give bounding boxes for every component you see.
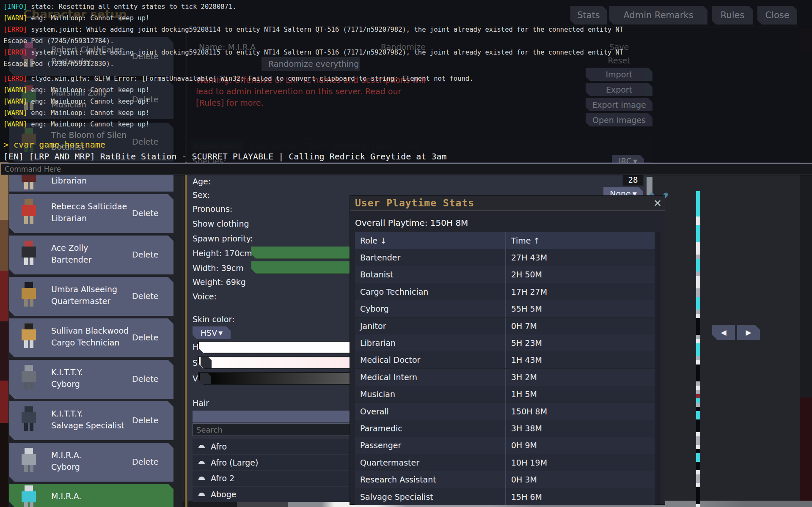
export-button[interactable]: Export: [586, 83, 652, 96]
sprite-pixel: [696, 267, 700, 271]
sprite-head: [25, 282, 33, 288]
log-tag: [WARN]: [3, 98, 27, 105]
hue-slider-label: H: [193, 343, 198, 352]
preview-prev-button[interactable]: ◀: [712, 325, 735, 340]
console-log-line: [INFO] state: Resetting all entity state…: [3, 3, 237, 11]
role-column-header[interactable]: Role ↓: [360, 236, 387, 245]
import-button[interactable]: Import: [586, 68, 652, 81]
sprite-pixel: [696, 259, 700, 263]
playtime-time: 5H 23M: [511, 338, 542, 348]
hair-option-label: Afro (Large): [211, 458, 258, 467]
delete-button[interactable]: Delete: [132, 250, 158, 259]
character-row[interactable]: K.I.T.T.Y.CyborgDelete: [9, 360, 173, 399]
character-role: Cyborg: [51, 379, 80, 389]
playtime-role: Quartermaster: [360, 458, 419, 467]
delete-button[interactable]: Delete: [132, 333, 158, 342]
saturation-grabber[interactable]: [201, 357, 212, 368]
sprite-legs: [30, 382, 33, 389]
playtime-row: Librarian5H 23M: [355, 334, 655, 351]
age-input[interactable]: 28: [622, 173, 644, 186]
color-mode-dropdown[interactable]: HSV ▼: [193, 326, 231, 339]
sprite-pixel: [696, 491, 700, 496]
character-name: Ace Zolly: [51, 243, 88, 252]
delete-button[interactable]: Delete: [132, 416, 158, 425]
character-row[interactable]: Rebecca SalticidaeLibrarianDelete: [9, 194, 173, 233]
close-button[interactable]: Close: [757, 6, 797, 25]
playtime-row: Musician1H 5M: [355, 386, 655, 403]
log-tag: [WARN]: [3, 109, 27, 117]
export-image-button[interactable]: Export image: [586, 98, 652, 111]
sprite-pixel: [696, 318, 700, 322]
character-role: Librarian: [51, 214, 87, 223]
hair-option[interactable]: Afro 2: [193, 471, 350, 486]
warning-line: [Rules] for more.: [196, 98, 264, 107]
sprite-head: [25, 199, 33, 205]
console-command-input[interactable]: [1, 163, 812, 175]
console-server-line: [EN] [LRP AND MRP] RatBite Station - SCU…: [3, 151, 447, 162]
delete-button[interactable]: Delete: [132, 374, 158, 384]
sprite-legs: [30, 299, 33, 307]
hair-option[interactable]: Afro (Large): [193, 455, 350, 470]
sprite-pixel: [696, 352, 700, 356]
column-divider: [505, 283, 506, 300]
hair-selected-bar[interactable]: [193, 411, 350, 422]
character-row[interactable]: M.I.R.A.CyborgDelete: [9, 443, 173, 482]
column-divider: [505, 386, 506, 403]
sprite-pixel: [696, 487, 700, 491]
sprite-legs: [24, 216, 28, 224]
rules-button[interactable]: Rules: [712, 6, 753, 25]
preview-next-button[interactable]: ▶: [737, 325, 760, 340]
sprite-pixel: [696, 504, 700, 507]
character-row[interactable]: Umbra AllseeingQuartermasterDelete: [9, 277, 173, 316]
playtime-time: 3H 2M: [511, 373, 537, 382]
delete-button[interactable]: Delete: [132, 208, 158, 218]
playtime-time: 27H 43M: [511, 253, 547, 262]
sprite-pixel: [696, 284, 700, 288]
log-text: eng: MainLoop: Cannot keep up!: [31, 86, 149, 94]
sprite-pixel: [696, 204, 700, 208]
character-row[interactable]: Ace ZollyBartenderDelete: [9, 236, 173, 274]
sprite-pixel: [696, 221, 700, 225]
playtime-time: 15H 6M: [511, 492, 542, 502]
hair-option[interactable]: Afro: [193, 439, 350, 454]
stats-button[interactable]: Stats: [570, 6, 607, 25]
character-row[interactable]: Sullivan BlackwoodCargo TechnicianDelete: [9, 318, 173, 357]
log-text: system.joint: While adding joint docking…: [31, 49, 623, 56]
sprite-legs: [30, 502, 33, 507]
playtime-scrollbar-track[interactable]: [655, 232, 661, 504]
console-log-line: [WARN] eng: MainLoop: Cannot keep up!: [3, 120, 149, 129]
playtime-role: Overall: [360, 407, 389, 416]
playtime-time: 0H 7M: [511, 321, 537, 331]
playtime-row: Paramedic3H 38M: [355, 420, 655, 437]
sprite-legs: [30, 423, 33, 431]
playtime-row: Cyborg55H 5M: [355, 300, 655, 317]
close-icon[interactable]: ✕: [652, 197, 663, 208]
character-row[interactable]: K.I.T.T.Y.Salvage SpecialistDelete: [9, 401, 173, 440]
sprite-torso: [22, 288, 36, 299]
character-name: K.I.T.T.Y.: [51, 367, 83, 377]
warning-line: lead to admin intervention on this serve…: [196, 87, 401, 96]
playtime-row: Botanist2H 50M: [355, 266, 655, 283]
weight-label: Weight: 69kg: [193, 277, 246, 287]
admin-remarks-button[interactable]: Admin Remarks: [609, 6, 707, 25]
log-text: state: Resetting all entity states to ti…: [31, 3, 236, 11]
delete-button[interactable]: Delete: [132, 457, 158, 466]
console-log-line: [ERRO] system.joint: While adding joint …: [3, 25, 623, 34]
hair-search-input[interactable]: [193, 423, 350, 436]
character-row-selected[interactable]: M.I.R.A.: [9, 484, 173, 507]
sprite-pixel: [696, 407, 700, 411]
playtime-row: Medical Doctor1H 43M: [355, 351, 655, 368]
hair-option[interactable]: Aboge: [193, 487, 350, 502]
playtime-time: 17H 27M: [511, 287, 547, 296]
character-role: Cargo Technician: [51, 338, 119, 347]
show-clothing-label[interactable]: Show clothing: [193, 219, 249, 228]
playtime-dialog-header[interactable]: User Playtime Stats: [350, 196, 665, 211]
sprite-pixel: [696, 331, 700, 335]
sprite-pixel: [696, 263, 700, 267]
log-tag: [WARN]: [3, 86, 27, 94]
open-images-button[interactable]: Open images: [586, 113, 652, 126]
delete-button[interactable]: Delete: [132, 291, 158, 301]
time-column-header[interactable]: Time ↑: [511, 236, 540, 245]
sprite-pixel: [696, 411, 700, 415]
column-divider: [505, 420, 506, 437]
